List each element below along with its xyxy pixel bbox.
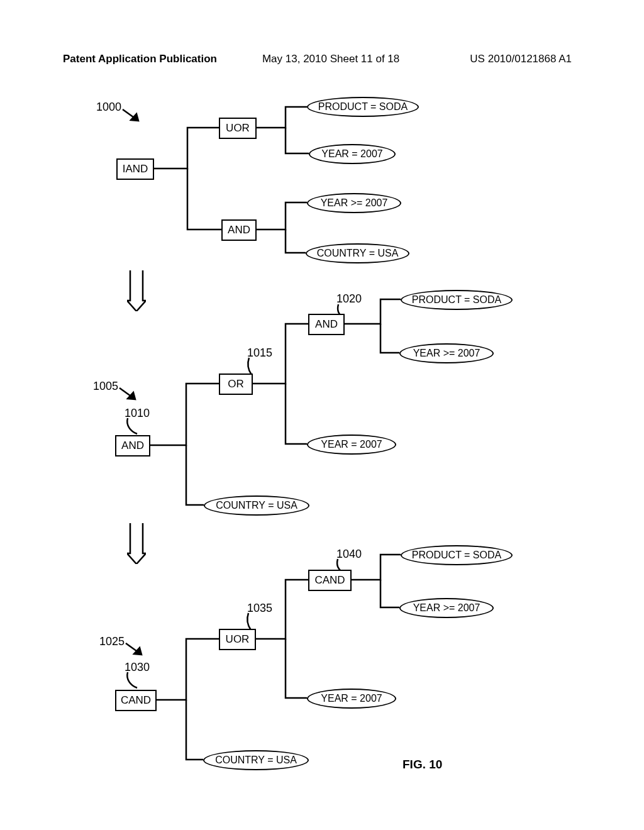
tree1-pred-year-ge: YEAR >= 2007	[307, 193, 401, 213]
tree2-root-and: AND	[115, 435, 150, 456]
header-pubnumber: US 2010/0121868 A1	[470, 53, 572, 65]
header-date-sheet: May 13, 2010 Sheet 11 of 18	[262, 53, 399, 65]
tree1-pred-product: PRODUCT = SODA	[307, 97, 419, 117]
tree3-pred-country: COUNTRY = USA	[203, 750, 309, 770]
transform-arrow-2	[127, 523, 146, 564]
tree1-root-iand: IAND	[116, 158, 154, 180]
tree3-pred-year-ge: YEAR >= 2007	[399, 598, 494, 618]
svg-marker-1	[128, 392, 135, 399]
ref-1025: 1025	[99, 635, 125, 648]
page-header: Patent Application Publication May 13, 2…	[0, 53, 644, 65]
diagram-canvas: 1000 IAND UOR AND PRODUCT = SODA YEAR = …	[0, 94, 644, 824]
tree1-pred-country: COUNTRY = USA	[306, 243, 409, 263]
tree1-node-uor: UOR	[219, 118, 257, 139]
ref-1035: 1035	[247, 602, 272, 615]
tree2-pred-product: PRODUCT = SODA	[401, 290, 513, 310]
tree2-node-and: AND	[308, 314, 345, 335]
tree1-pred-year: YEAR = 2007	[309, 144, 396, 164]
ref-1040: 1040	[336, 548, 362, 561]
tree3-root-cand: CAND	[115, 690, 157, 711]
tree3-pred-year: YEAR = 2007	[307, 689, 396, 709]
tree2-pred-country: COUNTRY = USA	[204, 495, 309, 516]
ref-1010: 1010	[125, 407, 150, 420]
tree1-node-and: AND	[221, 219, 257, 241]
figure-label: FIG. 10	[402, 758, 442, 772]
ref-1015: 1015	[247, 346, 272, 360]
transform-arrow-1	[127, 270, 146, 311]
tree3-node-cand: CAND	[308, 570, 352, 591]
ref-1000: 1000	[96, 101, 121, 114]
header-publication: Patent Application Publication	[63, 53, 217, 65]
ref-1030: 1030	[125, 661, 150, 674]
svg-marker-2	[134, 648, 142, 655]
tree2-pred-year-ge: YEAR >= 2007	[399, 343, 494, 363]
tree3-node-uor: UOR	[219, 629, 256, 650]
tree3-pred-product: PRODUCT = SODA	[401, 545, 513, 565]
ref-1020: 1020	[336, 292, 362, 306]
tree2-pred-year: YEAR = 2007	[307, 434, 396, 455]
ref-1005: 1005	[93, 380, 118, 393]
svg-marker-0	[131, 114, 138, 121]
tree2-node-or: OR	[219, 374, 253, 395]
